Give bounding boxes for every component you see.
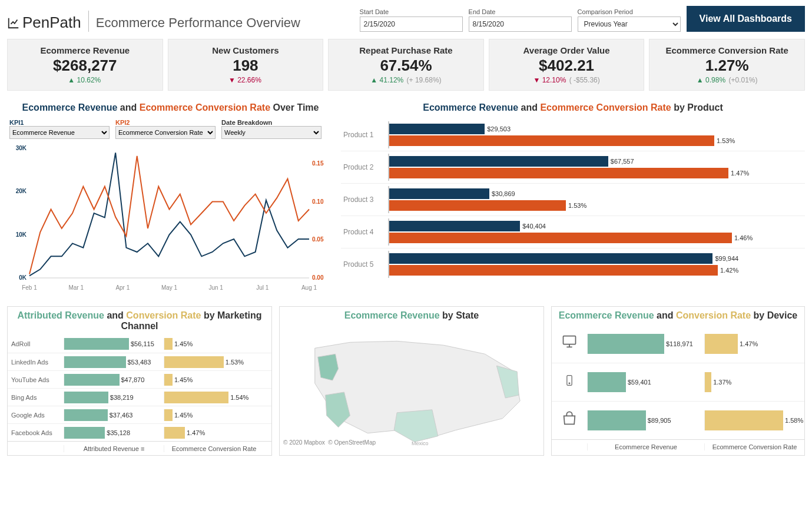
product-revenue: $99,944 bbox=[715, 255, 738, 262]
product-conv: 1.42% bbox=[720, 267, 738, 274]
channel-conv: 1.45% bbox=[174, 376, 193, 383]
byproduct-title: Ecommerce Revenue and Ecommerce Conversi… bbox=[341, 98, 805, 119]
kpi1-label: KPI1 bbox=[9, 119, 110, 126]
device-revenue: $89,905 bbox=[648, 417, 671, 424]
product-row[interactable]: Product 4 $40,404 1.46% bbox=[341, 216, 805, 248]
col-dev-rev: Ecommerce Revenue bbox=[587, 443, 704, 450]
product-revenue: $30,869 bbox=[492, 190, 515, 197]
product-conv: 1.53% bbox=[717, 137, 735, 144]
svg-text:Apr 1: Apr 1 bbox=[115, 284, 130, 291]
channel-name: YouTube Ads bbox=[8, 376, 64, 383]
end-date-input[interactable] bbox=[469, 16, 572, 32]
kpi-card[interactable]: New Customers 198 ▼ 22.66% bbox=[168, 39, 324, 91]
kpi2-select[interactable]: Ecommerce Conversion Rate bbox=[115, 126, 216, 139]
channel-row[interactable]: AdRoll $56,115 1.45% bbox=[8, 335, 271, 353]
bystate-panel: Ecommerce Revenue by State Mexico © 2020… bbox=[279, 306, 544, 456]
store-icon bbox=[552, 410, 587, 431]
svg-text:0.00: 0.00 bbox=[312, 274, 324, 281]
product-name: Product 1 bbox=[341, 131, 388, 139]
bychannel-title: Attributed Revenue and Conversion Rate b… bbox=[8, 307, 271, 335]
mobile-icon bbox=[552, 372, 587, 393]
channel-name: AdRoll bbox=[8, 340, 64, 347]
date-breakdown-select[interactable]: Weekly bbox=[221, 126, 322, 139]
kpi-card[interactable]: Average Order Value $402.21 ▼ 12.10% ( -… bbox=[489, 39, 645, 91]
header: PenPath Ecommerce Performance Overview S… bbox=[0, 0, 812, 39]
product-row[interactable]: Product 1 $29,503 1.53% bbox=[341, 119, 805, 151]
bystate-title: Ecommerce Revenue by State bbox=[280, 307, 543, 324]
channel-row[interactable]: Google Ads $37,463 1.45% bbox=[8, 406, 271, 423]
product-row[interactable]: Product 5 $99,944 1.42% bbox=[341, 248, 805, 280]
divider bbox=[88, 11, 89, 32]
overtime-title: Ecommerce Revenue and Ecommerce Conversi… bbox=[7, 98, 334, 119]
kpi-value: 67.54% bbox=[333, 57, 479, 75]
start-date-input[interactable] bbox=[360, 16, 463, 32]
svg-text:0.10: 0.10 bbox=[312, 198, 324, 205]
channel-conv: 1.45% bbox=[174, 340, 193, 347]
svg-rect-17 bbox=[564, 336, 576, 344]
channel-revenue: $37,463 bbox=[110, 412, 133, 419]
kpi-delta: ▼ 22.66% bbox=[173, 76, 319, 84]
product-conv: 1.53% bbox=[568, 202, 586, 209]
map-credit-mapbox: © 2020 Mapbox bbox=[283, 439, 325, 446]
device-conv: 1.37% bbox=[713, 379, 731, 386]
us-map[interactable]: Mexico © 2020 Mapbox © OpenStreetMap bbox=[280, 324, 543, 448]
channel-row[interactable]: Bing Ads $38,219 1.54% bbox=[8, 388, 271, 406]
view-all-dashboards-button[interactable]: View All Dashboards bbox=[687, 6, 805, 32]
channel-row[interactable]: Facebook Ads $35,128 1.47% bbox=[8, 423, 271, 441]
product-name: Product 4 bbox=[341, 228, 388, 236]
brand-name: PenPath bbox=[22, 14, 81, 32]
product-name: Product 3 bbox=[341, 195, 388, 204]
col-dev-conv: Ecommerce Conversion Rate bbox=[704, 443, 804, 450]
desktop-icon bbox=[552, 333, 587, 354]
channel-conv: 1.47% bbox=[187, 429, 205, 436]
channel-revenue: $56,115 bbox=[131, 340, 154, 347]
product-row[interactable]: Product 3 $30,869 1.53% bbox=[341, 183, 805, 216]
product-revenue: $67,557 bbox=[611, 158, 634, 165]
channel-conv: 1.54% bbox=[230, 394, 248, 401]
line-chart[interactable]: 0K10K20K30K0.000.050.100.15Feb 1Mar 1Apr… bbox=[7, 142, 334, 296]
svg-text:10K: 10K bbox=[16, 231, 27, 238]
device-row[interactable]: $89,905 1.58% bbox=[552, 401, 804, 439]
overtime-panel: Ecommerce Revenue and Ecommerce Conversi… bbox=[7, 98, 334, 296]
svg-text:0.05: 0.05 bbox=[312, 236, 324, 243]
kpi-card[interactable]: Ecommerce Revenue $268,277 ▲ 10.62% bbox=[7, 39, 163, 91]
svg-text:Feb 1: Feb 1 bbox=[22, 284, 37, 291]
col-attr-rev: Attributed Revenue bbox=[84, 445, 139, 452]
kpi-delta: ▼ 12.10% ( -$55.36) bbox=[494, 76, 639, 84]
start-date-label: Start Date bbox=[360, 8, 463, 15]
kpi-card[interactable]: Repeat Purchase Rate 67.54% ▲ 41.12% (+ … bbox=[328, 39, 484, 91]
kpi-value: $268,277 bbox=[12, 57, 158, 75]
col-conv-rate: Ecommerce Conversion Rate bbox=[164, 445, 264, 452]
device-row[interactable]: $59,401 1.37% bbox=[552, 363, 804, 401]
chart-icon bbox=[7, 16, 20, 29]
product-name: Product 2 bbox=[341, 163, 388, 171]
channel-row[interactable]: LinkedIn Ads $53,483 1.53% bbox=[8, 353, 271, 370]
comparison-label: Comparison Period bbox=[578, 8, 681, 15]
svg-text:May 1: May 1 bbox=[161, 284, 178, 291]
device-conv: 1.47% bbox=[740, 340, 758, 347]
byproduct-panel: Ecommerce Revenue and Ecommerce Conversi… bbox=[341, 98, 805, 296]
channel-name: Google Ads bbox=[8, 412, 64, 419]
bydevice-panel: Ecommerce Revenue and Conversion Rate by… bbox=[551, 306, 805, 456]
kpi-label: Ecommerce Conversion Rate bbox=[654, 45, 800, 55]
comparison-select[interactable]: Previous Year bbox=[578, 16, 681, 32]
brand-logo: PenPath bbox=[7, 14, 81, 32]
filters: Start Date End Date Comparison Period Pr… bbox=[360, 6, 805, 32]
svg-point-19 bbox=[569, 383, 570, 384]
kpi-card[interactable]: Ecommerce Conversion Rate 1.27% ▲ 0.98% … bbox=[649, 39, 805, 91]
device-revenue: $118,971 bbox=[666, 340, 693, 347]
product-row[interactable]: Product 2 $67,557 1.47% bbox=[341, 151, 805, 183]
kpi1-select[interactable]: Ecommerce Revenue bbox=[9, 126, 110, 139]
svg-text:0K: 0K bbox=[19, 274, 27, 281]
channel-name: Facebook Ads bbox=[8, 429, 64, 436]
kpi-label: Repeat Purchase Rate bbox=[333, 45, 479, 55]
device-row[interactable]: $118,971 1.47% bbox=[552, 324, 804, 363]
channel-row[interactable]: YouTube Ads $47,870 1.45% bbox=[8, 370, 271, 388]
svg-text:Jun 1: Jun 1 bbox=[208, 284, 223, 291]
device-revenue: $59,401 bbox=[628, 379, 651, 386]
device-conv: 1.58% bbox=[785, 417, 803, 424]
kpi-row: Ecommerce Revenue $268,277 ▲ 10.62% New … bbox=[0, 39, 812, 98]
channel-revenue: $47,870 bbox=[121, 376, 145, 383]
svg-text:Mar 1: Mar 1 bbox=[68, 284, 84, 291]
product-conv: 1.47% bbox=[731, 170, 749, 177]
